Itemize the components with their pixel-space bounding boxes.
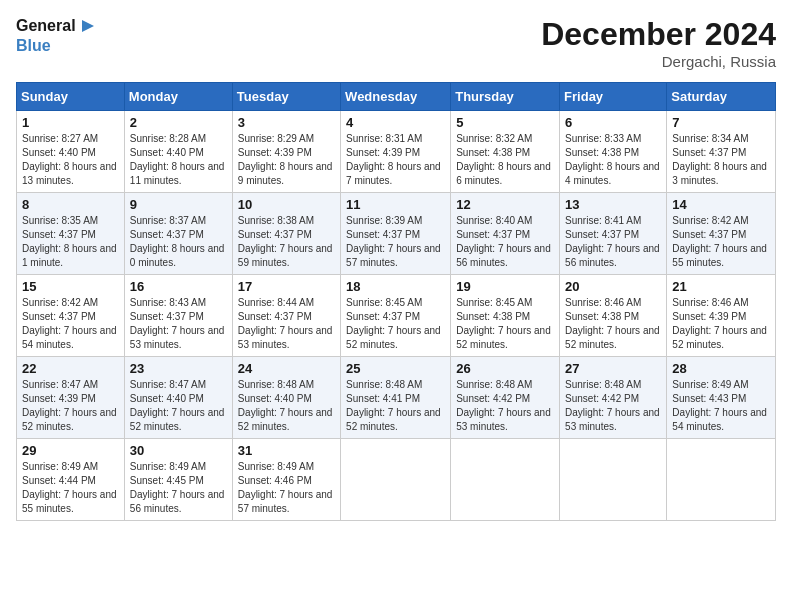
- day-number: 22: [22, 361, 119, 376]
- day-info: Sunrise: 8:49 AM Sunset: 4:44 PM Dayligh…: [22, 460, 119, 516]
- day-number: 28: [672, 361, 770, 376]
- day-info: Sunrise: 8:28 AM Sunset: 4:40 PM Dayligh…: [130, 132, 227, 188]
- day-cell-29: 29 Sunrise: 8:49 AM Sunset: 4:44 PM Dayl…: [17, 439, 125, 521]
- day-info: Sunrise: 8:44 AM Sunset: 4:37 PM Dayligh…: [238, 296, 335, 352]
- day-cell-20: 20 Sunrise: 8:46 AM Sunset: 4:38 PM Dayl…: [560, 275, 667, 357]
- day-number: 3: [238, 115, 335, 130]
- day-number: 5: [456, 115, 554, 130]
- day-cell-24: 24 Sunrise: 8:48 AM Sunset: 4:40 PM Dayl…: [232, 357, 340, 439]
- day-cell-26: 26 Sunrise: 8:48 AM Sunset: 4:42 PM Dayl…: [451, 357, 560, 439]
- weekday-header-monday: Monday: [124, 83, 232, 111]
- day-cell-17: 17 Sunrise: 8:44 AM Sunset: 4:37 PM Dayl…: [232, 275, 340, 357]
- weekday-header-friday: Friday: [560, 83, 667, 111]
- weekday-header-thursday: Thursday: [451, 83, 560, 111]
- day-info: Sunrise: 8:32 AM Sunset: 4:38 PM Dayligh…: [456, 132, 554, 188]
- day-info: Sunrise: 8:48 AM Sunset: 4:42 PM Dayligh…: [456, 378, 554, 434]
- day-info: Sunrise: 8:49 AM Sunset: 4:45 PM Dayligh…: [130, 460, 227, 516]
- day-info: Sunrise: 8:41 AM Sunset: 4:37 PM Dayligh…: [565, 214, 661, 270]
- weekday-header-wednesday: Wednesday: [341, 83, 451, 111]
- day-number: 25: [346, 361, 445, 376]
- day-number: 17: [238, 279, 335, 294]
- day-info: Sunrise: 8:46 AM Sunset: 4:39 PM Dayligh…: [672, 296, 770, 352]
- day-info: Sunrise: 8:45 AM Sunset: 4:38 PM Dayligh…: [456, 296, 554, 352]
- day-cell-30: 30 Sunrise: 8:49 AM Sunset: 4:45 PM Dayl…: [124, 439, 232, 521]
- day-number: 29: [22, 443, 119, 458]
- day-cell-16: 16 Sunrise: 8:43 AM Sunset: 4:37 PM Dayl…: [124, 275, 232, 357]
- day-number: 7: [672, 115, 770, 130]
- empty-cell: [667, 439, 776, 521]
- day-info: Sunrise: 8:31 AM Sunset: 4:39 PM Dayligh…: [346, 132, 445, 188]
- day-info: Sunrise: 8:38 AM Sunset: 4:37 PM Dayligh…: [238, 214, 335, 270]
- day-info: Sunrise: 8:35 AM Sunset: 4:37 PM Dayligh…: [22, 214, 119, 270]
- day-number: 23: [130, 361, 227, 376]
- day-cell-9: 9 Sunrise: 8:37 AM Sunset: 4:37 PM Dayli…: [124, 193, 232, 275]
- day-number: 15: [22, 279, 119, 294]
- day-cell-4: 4 Sunrise: 8:31 AM Sunset: 4:39 PM Dayli…: [341, 111, 451, 193]
- day-number: 12: [456, 197, 554, 212]
- day-number: 2: [130, 115, 227, 130]
- day-number: 11: [346, 197, 445, 212]
- day-info: Sunrise: 8:48 AM Sunset: 4:41 PM Dayligh…: [346, 378, 445, 434]
- day-info: Sunrise: 8:47 AM Sunset: 4:40 PM Dayligh…: [130, 378, 227, 434]
- day-number: 19: [456, 279, 554, 294]
- day-number: 6: [565, 115, 661, 130]
- day-cell-14: 14 Sunrise: 8:42 AM Sunset: 4:37 PM Dayl…: [667, 193, 776, 275]
- day-cell-11: 11 Sunrise: 8:39 AM Sunset: 4:37 PM Dayl…: [341, 193, 451, 275]
- day-cell-28: 28 Sunrise: 8:49 AM Sunset: 4:43 PM Dayl…: [667, 357, 776, 439]
- day-cell-19: 19 Sunrise: 8:45 AM Sunset: 4:38 PM Dayl…: [451, 275, 560, 357]
- day-number: 21: [672, 279, 770, 294]
- weekday-header-saturday: Saturday: [667, 83, 776, 111]
- day-number: 27: [565, 361, 661, 376]
- day-cell-13: 13 Sunrise: 8:41 AM Sunset: 4:37 PM Dayl…: [560, 193, 667, 275]
- day-cell-5: 5 Sunrise: 8:32 AM Sunset: 4:38 PM Dayli…: [451, 111, 560, 193]
- day-number: 20: [565, 279, 661, 294]
- day-info: Sunrise: 8:34 AM Sunset: 4:37 PM Dayligh…: [672, 132, 770, 188]
- day-info: Sunrise: 8:49 AM Sunset: 4:46 PM Dayligh…: [238, 460, 335, 516]
- day-info: Sunrise: 8:48 AM Sunset: 4:40 PM Dayligh…: [238, 378, 335, 434]
- day-info: Sunrise: 8:47 AM Sunset: 4:39 PM Dayligh…: [22, 378, 119, 434]
- day-number: 16: [130, 279, 227, 294]
- day-info: Sunrise: 8:33 AM Sunset: 4:38 PM Dayligh…: [565, 132, 661, 188]
- day-number: 1: [22, 115, 119, 130]
- week-row-4: 22 Sunrise: 8:47 AM Sunset: 4:39 PM Dayl…: [17, 357, 776, 439]
- location: Dergachi, Russia: [541, 53, 776, 70]
- weekday-header-row: SundayMondayTuesdayWednesdayThursdayFrid…: [17, 83, 776, 111]
- day-number: 26: [456, 361, 554, 376]
- day-info: Sunrise: 8:39 AM Sunset: 4:37 PM Dayligh…: [346, 214, 445, 270]
- logo-blue: Blue: [16, 36, 98, 55]
- day-number: 24: [238, 361, 335, 376]
- day-info: Sunrise: 8:45 AM Sunset: 4:37 PM Dayligh…: [346, 296, 445, 352]
- day-info: Sunrise: 8:27 AM Sunset: 4:40 PM Dayligh…: [22, 132, 119, 188]
- day-cell-23: 23 Sunrise: 8:47 AM Sunset: 4:40 PM Dayl…: [124, 357, 232, 439]
- day-info: Sunrise: 8:42 AM Sunset: 4:37 PM Dayligh…: [22, 296, 119, 352]
- day-cell-3: 3 Sunrise: 8:29 AM Sunset: 4:39 PM Dayli…: [232, 111, 340, 193]
- day-number: 30: [130, 443, 227, 458]
- weekday-header-sunday: Sunday: [17, 83, 125, 111]
- day-cell-2: 2 Sunrise: 8:28 AM Sunset: 4:40 PM Dayli…: [124, 111, 232, 193]
- day-cell-15: 15 Sunrise: 8:42 AM Sunset: 4:37 PM Dayl…: [17, 275, 125, 357]
- day-info: Sunrise: 8:48 AM Sunset: 4:42 PM Dayligh…: [565, 378, 661, 434]
- day-number: 8: [22, 197, 119, 212]
- day-cell-8: 8 Sunrise: 8:35 AM Sunset: 4:37 PM Dayli…: [17, 193, 125, 275]
- logo-arrow-icon: [78, 16, 98, 36]
- empty-cell: [451, 439, 560, 521]
- day-cell-25: 25 Sunrise: 8:48 AM Sunset: 4:41 PM Dayl…: [341, 357, 451, 439]
- logo-general: General: [16, 16, 76, 35]
- day-number: 31: [238, 443, 335, 458]
- day-number: 4: [346, 115, 445, 130]
- day-info: Sunrise: 8:42 AM Sunset: 4:37 PM Dayligh…: [672, 214, 770, 270]
- calendar-table: SundayMondayTuesdayWednesdayThursdayFrid…: [16, 82, 776, 521]
- day-cell-1: 1 Sunrise: 8:27 AM Sunset: 4:40 PM Dayli…: [17, 111, 125, 193]
- empty-cell: [341, 439, 451, 521]
- page-header: General Blue December 2024 Dergachi, Rus…: [16, 16, 776, 70]
- day-cell-10: 10 Sunrise: 8:38 AM Sunset: 4:37 PM Dayl…: [232, 193, 340, 275]
- week-row-2: 8 Sunrise: 8:35 AM Sunset: 4:37 PM Dayli…: [17, 193, 776, 275]
- day-number: 13: [565, 197, 661, 212]
- day-cell-12: 12 Sunrise: 8:40 AM Sunset: 4:37 PM Dayl…: [451, 193, 560, 275]
- logo-text: General Blue: [16, 16, 98, 55]
- day-cell-18: 18 Sunrise: 8:45 AM Sunset: 4:37 PM Dayl…: [341, 275, 451, 357]
- day-cell-7: 7 Sunrise: 8:34 AM Sunset: 4:37 PM Dayli…: [667, 111, 776, 193]
- day-number: 18: [346, 279, 445, 294]
- empty-cell: [560, 439, 667, 521]
- weekday-header-tuesday: Tuesday: [232, 83, 340, 111]
